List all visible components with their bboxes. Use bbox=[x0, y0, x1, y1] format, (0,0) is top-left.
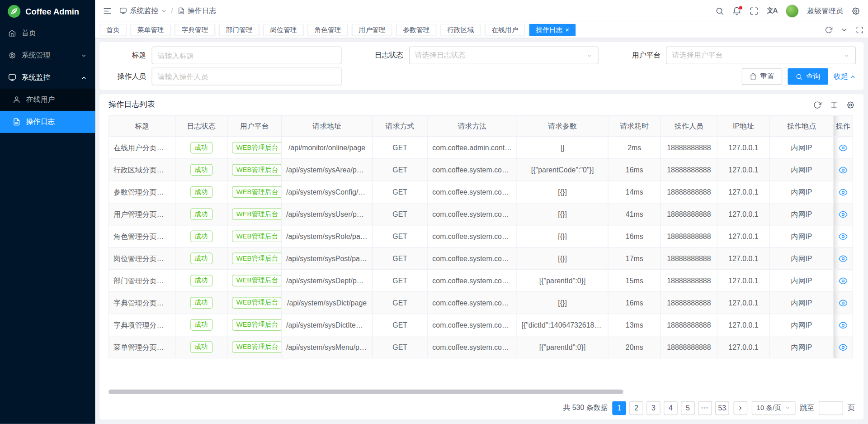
log-file-icon bbox=[13, 118, 20, 126]
log-table: 标题日志状态用户平台请求地址请求方式请求方法请求参数请求耗时操作人员IP地址操作… bbox=[108, 115, 855, 359]
sidebar-item-label: 操作日志 bbox=[26, 117, 55, 127]
search-icon[interactable] bbox=[715, 6, 724, 15]
table-density-icon[interactable] bbox=[830, 100, 838, 109]
topbar: 系统监控 / 操作日志 文A 超级管理员 bbox=[95, 0, 868, 22]
tabs-dropdown-chevron-icon[interactable] bbox=[840, 26, 848, 34]
user-avatar[interactable] bbox=[786, 4, 799, 17]
tabs-list: 首页 菜单管理 字典管理 部门管理 岗位管理 角色管理 用户管理 参数管理 行政… bbox=[99, 24, 576, 36]
select-placeholder: 请选择用户平台 bbox=[672, 50, 722, 60]
pagination-pages: 12345•••53 bbox=[612, 401, 729, 415]
tab-close-icon[interactable]: × bbox=[565, 27, 569, 33]
cell-params: [{}] bbox=[517, 225, 608, 248]
chevron-down-icon bbox=[785, 405, 790, 410]
cell-location: 内网IP bbox=[770, 336, 834, 358]
app-logo[interactable]: Coffee Admin bbox=[0, 0, 95, 22]
tab[interactable]: 岗位管理 bbox=[264, 24, 303, 36]
breadcrumb-system-monitor[interactable]: 系统监控 bbox=[119, 6, 166, 16]
cell-method: GET bbox=[372, 225, 427, 248]
table-row: 行政区域分页查询 成功 WEB管理后台 /api/system/sysArea/… bbox=[109, 159, 853, 181]
tab[interactable]: 字典管理 bbox=[175, 24, 215, 36]
view-detail-eye-icon[interactable] bbox=[839, 143, 848, 152]
operator-input[interactable] bbox=[152, 67, 342, 85]
user-icon bbox=[13, 96, 20, 104]
sidebar-item-label: 在线用户 bbox=[26, 95, 55, 105]
view-detail-eye-icon[interactable] bbox=[839, 210, 848, 219]
horizontal-scrollbar[interactable] bbox=[108, 390, 855, 394]
user-platform-select[interactable]: 请选择用户平台 bbox=[666, 47, 856, 64]
cell-params: [{}] bbox=[517, 292, 608, 314]
page-button-53[interactable]: 53 bbox=[715, 401, 729, 415]
username[interactable]: 超级管理员 bbox=[807, 6, 843, 16]
tab[interactable]: 参数管理 bbox=[396, 24, 436, 36]
menu-fold-icon[interactable] bbox=[103, 6, 112, 15]
settings-gear-icon[interactable] bbox=[851, 6, 860, 15]
cell-handler: com.coffee.system.controlle... bbox=[428, 159, 517, 181]
view-detail-eye-icon[interactable] bbox=[839, 343, 848, 352]
view-detail-eye-icon[interactable] bbox=[839, 299, 848, 308]
tabs-refresh-icon[interactable] bbox=[825, 26, 832, 34]
page-button-4[interactable]: 4 bbox=[664, 401, 678, 415]
view-detail-eye-icon[interactable] bbox=[839, 321, 848, 330]
view-detail-eye-icon[interactable] bbox=[839, 232, 848, 241]
sidebar-item-system-monitor[interactable]: 系统监控 bbox=[0, 67, 95, 89]
query-button[interactable]: 查询 bbox=[788, 68, 828, 85]
platform-label: 用户平台 bbox=[622, 50, 661, 60]
horizontal-scrollbar-thumb[interactable] bbox=[108, 390, 623, 394]
tab[interactable]: 菜单管理 bbox=[131, 24, 170, 36]
reset-button[interactable]: 重置 bbox=[742, 68, 782, 85]
log-status-select[interactable]: 请选择日志状态 bbox=[409, 47, 599, 64]
page-ellipsis[interactable]: ••• bbox=[698, 401, 712, 415]
page-button-5[interactable]: 5 bbox=[681, 401, 695, 415]
collapse-toggle[interactable]: 收起 bbox=[834, 71, 856, 81]
cell-method: GET bbox=[372, 292, 427, 314]
tab[interactable]: 操作日志 × bbox=[529, 24, 576, 36]
page-button-3[interactable]: 3 bbox=[646, 401, 660, 415]
tab[interactable]: 角色管理 bbox=[308, 24, 348, 36]
status-badge: 成功 bbox=[190, 208, 212, 220]
cell-duration: 41ms bbox=[608, 203, 660, 225]
tab[interactable]: 行政区域 bbox=[441, 24, 481, 36]
tab[interactable]: 用户管理 bbox=[352, 24, 392, 36]
collapse-label: 收起 bbox=[834, 71, 848, 81]
breadcrumb-separator: / bbox=[171, 7, 173, 15]
sidebar-item-system-management[interactable]: 系统管理 bbox=[0, 44, 95, 67]
title-input[interactable] bbox=[152, 47, 342, 64]
translate-icon[interactable]: 文A bbox=[767, 6, 777, 15]
tab-label: 首页 bbox=[106, 25, 119, 35]
cell-url: /api/system/sysUser/page bbox=[282, 203, 373, 225]
status-label: 日志状态 bbox=[365, 50, 404, 60]
tab[interactable]: 在线用户 bbox=[485, 24, 525, 36]
cell-ip: 127.0.0.1 bbox=[717, 270, 769, 292]
chevron-down-icon bbox=[161, 8, 166, 14]
sidebar-item-home[interactable]: 首页 bbox=[0, 22, 95, 44]
cell-operator: 18888888888 bbox=[660, 270, 717, 292]
page-button-2[interactable]: 2 bbox=[629, 401, 643, 415]
next-page-button[interactable] bbox=[733, 401, 747, 415]
table-refresh-icon[interactable] bbox=[813, 100, 821, 109]
jump-page-input[interactable] bbox=[819, 401, 843, 415]
cell-title: 字典项管理分页查询 bbox=[109, 314, 175, 336]
sidebar-item-operation-logs[interactable]: 操作日志 bbox=[0, 111, 95, 133]
view-detail-eye-icon[interactable] bbox=[839, 254, 848, 263]
tab[interactable]: 首页 bbox=[99, 24, 126, 36]
tab-label: 操作日志 bbox=[536, 25, 562, 35]
cell-location: 内网IP bbox=[770, 203, 834, 225]
notification-dot bbox=[739, 6, 742, 9]
page-size-select[interactable]: 10 条/页 bbox=[752, 401, 796, 415]
table-column-settings-icon[interactable] bbox=[846, 100, 854, 109]
tabs-expand-icon[interactable] bbox=[856, 26, 863, 34]
page-button-1[interactable]: 1 bbox=[612, 401, 626, 415]
view-detail-eye-icon[interactable] bbox=[839, 188, 848, 197]
cell-params: [{"dictId":140647326180950... bbox=[517, 314, 608, 336]
cell-operator: 18888888888 bbox=[660, 248, 717, 270]
cell-location: 内网IP bbox=[770, 314, 834, 336]
view-detail-eye-icon[interactable] bbox=[839, 166, 848, 175]
notification-bell-icon[interactable] bbox=[732, 6, 741, 15]
view-detail-eye-icon[interactable] bbox=[839, 276, 848, 286]
tab-label: 岗位管理 bbox=[270, 25, 297, 35]
column-header: 用户平台 bbox=[227, 115, 282, 137]
tab-label: 在线用户 bbox=[491, 25, 518, 35]
sidebar-item-online-users[interactable]: 在线用户 bbox=[0, 89, 95, 111]
tab[interactable]: 部门管理 bbox=[219, 24, 259, 36]
fullscreen-icon[interactable] bbox=[750, 6, 759, 15]
